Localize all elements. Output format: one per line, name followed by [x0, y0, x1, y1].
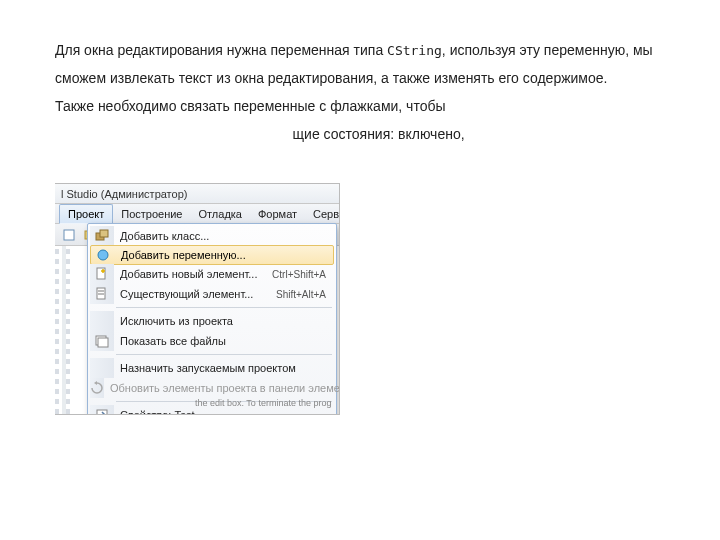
doc-p1a: Для окна редактирования нужна переменная…	[55, 42, 387, 58]
edit-box-hint: the edit box. To terminate the prog	[195, 398, 331, 408]
properties-icon	[90, 405, 114, 415]
svg-rect-5	[97, 268, 105, 279]
menu-item-add-existing-item[interactable]: Существующий элемент... Shift+Alt+A	[90, 284, 334, 304]
left-strips	[55, 246, 85, 414]
variable-icon	[91, 245, 115, 265]
menu-item-add-variable[interactable]: Добавить переменную...	[90, 245, 334, 265]
menu-item-exclude[interactable]: Исключить из проекта	[90, 311, 334, 331]
doc-p2a: Также необходимо связать переменные с фл…	[55, 98, 446, 114]
menu-item-refresh-toolbox: Обновить элементы проекта в панели элеме…	[90, 378, 334, 398]
shortcut-label: Shift+Alt+A	[276, 289, 334, 300]
menu-item-add-class[interactable]: Добавить класс...	[90, 226, 334, 246]
menu-build[interactable]: Построение	[113, 204, 190, 224]
class-icon	[90, 226, 114, 246]
blank-icon	[90, 311, 114, 331]
document-text: Для окна редактирования нужна переменная…	[55, 36, 655, 148]
refresh-icon	[90, 378, 104, 398]
new-item-icon	[90, 264, 114, 284]
menu-format[interactable]: Формат	[250, 204, 305, 224]
menu-separator	[116, 307, 332, 308]
menu-bar: Проект Построение Отладка Формат Сервис …	[55, 204, 339, 224]
doc-p1-code: CString	[387, 43, 442, 58]
menu-item-set-startup[interactable]: Назначить запускаемым проектом	[90, 358, 334, 378]
svg-rect-0	[64, 230, 74, 240]
svg-point-4	[98, 250, 108, 260]
window-title: l Studio (Администратор)	[55, 184, 339, 204]
menu-separator	[116, 354, 332, 355]
show-all-icon	[90, 331, 114, 351]
svg-rect-10	[98, 338, 108, 347]
project-menu-dropdown: Добавить класс... Добавить переменную...…	[87, 223, 337, 415]
doc-p2b: щие состояния: включено,	[293, 126, 465, 142]
svg-rect-7	[98, 290, 104, 292]
menu-project[interactable]: Проект	[59, 204, 113, 224]
toolbar-icon-1[interactable]	[61, 227, 77, 243]
menu-item-add-new-item[interactable]: Добавить новый элемент... Ctrl+Shift+A	[90, 264, 334, 284]
visual-studio-window: l Studio (Администратор) Проект Построен…	[55, 183, 340, 415]
svg-rect-3	[100, 230, 108, 237]
shortcut-label: Ctrl+Shift+A	[272, 269, 334, 280]
blank-icon	[90, 358, 114, 378]
existing-item-icon	[90, 284, 114, 304]
menu-item-show-all[interactable]: Показать все файлы	[90, 331, 334, 351]
svg-rect-8	[98, 293, 104, 295]
menu-debug[interactable]: Отладка	[191, 204, 250, 224]
menu-service[interactable]: Сервис	[305, 204, 340, 224]
